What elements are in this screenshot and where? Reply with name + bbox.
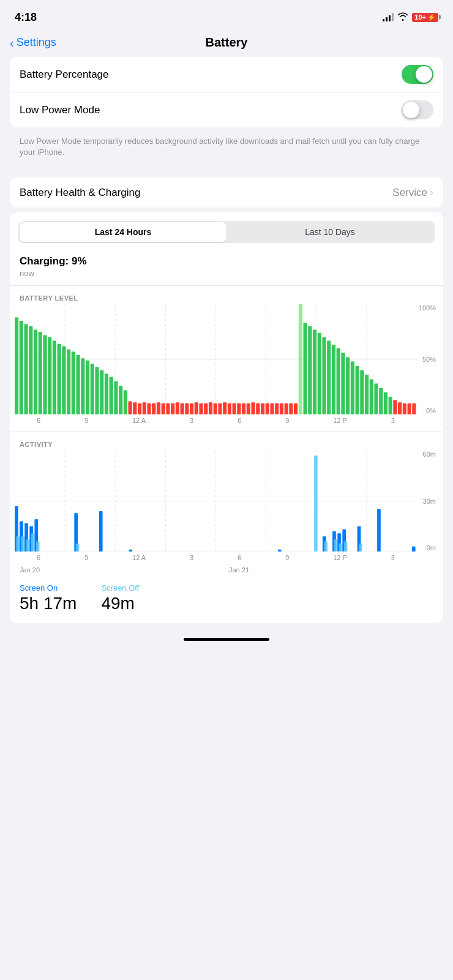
svg-rect-39 [152, 403, 155, 414]
tab-10d[interactable]: Last 10 Days [226, 222, 433, 242]
svg-rect-44 [176, 403, 179, 415]
svg-rect-24 [81, 359, 84, 415]
svg-rect-81 [351, 362, 354, 414]
svg-rect-12 [24, 324, 28, 415]
battery-health-row[interactable]: Battery Health & Charging Service › [10, 178, 443, 208]
svg-rect-71 [303, 323, 307, 414]
svg-rect-28 [100, 370, 103, 414]
x-label-12a-act: 12 A [132, 554, 146, 561]
svg-rect-86 [374, 384, 378, 414]
svg-rect-64 [270, 403, 274, 414]
svg-rect-69 [294, 403, 298, 414]
svg-rect-121 [314, 456, 318, 552]
x-label-6-act: 6 [37, 554, 40, 561]
svg-rect-35 [133, 403, 137, 415]
svg-rect-89 [389, 397, 392, 415]
toggles-card: Battery Percentage Low Power Mode [10, 57, 443, 127]
svg-rect-56 [233, 403, 236, 414]
svg-rect-132 [377, 509, 381, 552]
back-chevron-icon: ‹ [10, 37, 14, 49]
svg-rect-67 [285, 403, 288, 414]
battery-icon: 10+ ⚡ [412, 13, 438, 22]
y-label-50: 50% [422, 356, 436, 363]
svg-rect-127 [339, 544, 343, 552]
svg-rect-50 [204, 403, 208, 414]
svg-rect-33 [124, 391, 127, 415]
tab-24h[interactable]: Last 24 Hours [20, 222, 226, 242]
charging-title: Charging: 9% [20, 255, 433, 267]
svg-rect-30 [110, 377, 113, 414]
svg-rect-109 [21, 537, 25, 552]
toggle-thumb [416, 66, 432, 83]
svg-rect-91 [398, 403, 402, 415]
x-label-3-act: 3 [190, 554, 193, 561]
x-label-9a: 9 [84, 417, 88, 424]
battery-bars [15, 304, 417, 414]
x-label-12p-act: 12 P [333, 554, 347, 561]
screen-off-value: 49m [101, 594, 139, 613]
time-range-tabs[interactable]: Last 24 Hours Last 10 Days [18, 221, 435, 243]
screen-on-label: Screen On [20, 583, 77, 593]
svg-rect-80 [346, 357, 350, 415]
low-power-mode-row[interactable]: Low Power Mode [10, 92, 443, 127]
home-indicator [0, 630, 453, 646]
y-label-0: 0% [426, 407, 436, 414]
y-label-0m: 0m [427, 544, 436, 552]
signal-icon [383, 13, 394, 21]
svg-rect-87 [379, 388, 383, 414]
svg-rect-58 [242, 403, 245, 414]
svg-rect-41 [162, 403, 165, 414]
svg-rect-129 [344, 542, 348, 552]
battery-level-chart: 100% 50% 0% 6 [15, 304, 438, 427]
back-button[interactable]: ‹ Settings [10, 36, 56, 49]
svg-rect-51 [209, 403, 212, 415]
svg-rect-17 [48, 337, 51, 414]
svg-rect-82 [356, 366, 359, 414]
svg-rect-18 [53, 341, 56, 415]
svg-rect-20 [62, 346, 66, 415]
nav-header: ‹ Settings Battery [0, 31, 453, 57]
x-label-9b: 9 [285, 417, 289, 424]
svg-rect-92 [403, 403, 406, 414]
svg-rect-29 [105, 374, 108, 415]
svg-rect-48 [195, 403, 198, 415]
date-labels: Jan 20 Jan 21 [10, 564, 443, 576]
battery-percentage-toggle[interactable] [402, 65, 433, 84]
svg-rect-85 [370, 380, 373, 415]
battery-percentage-row[interactable]: Battery Percentage [10, 57, 443, 92]
svg-rect-84 [365, 375, 369, 415]
svg-rect-14 [34, 330, 37, 415]
svg-rect-78 [337, 348, 340, 414]
page-title: Battery [206, 36, 248, 50]
status-icons: 10+ ⚡ [383, 12, 438, 23]
svg-rect-37 [143, 403, 146, 415]
svg-rect-22 [72, 352, 75, 415]
svg-rect-21 [67, 350, 70, 414]
svg-rect-94 [412, 403, 416, 414]
svg-rect-88 [384, 392, 387, 414]
svg-rect-16 [43, 335, 47, 415]
battery-level-label: BATTERY LEVEL [10, 291, 443, 304]
svg-rect-76 [327, 341, 331, 415]
svg-rect-74 [318, 333, 321, 414]
svg-rect-31 [114, 381, 118, 414]
wifi-icon [397, 12, 408, 23]
low-power-mode-toggle[interactable] [402, 100, 433, 119]
battery-health-right: Service › [392, 186, 433, 199]
svg-rect-62 [261, 403, 264, 414]
x-label-3a: 3 [190, 417, 193, 424]
svg-rect-79 [341, 353, 345, 415]
date-jan21: Jan 21 [229, 566, 249, 574]
svg-rect-47 [190, 403, 193, 414]
battery-health-label: Battery Health & Charging [20, 187, 141, 199]
svg-rect-111 [26, 540, 30, 552]
svg-rect-46 [185, 403, 189, 414]
svg-rect-42 [166, 403, 170, 414]
chart-card: Last 24 Hours Last 10 Days Charging: 9% … [10, 212, 443, 623]
svg-rect-133 [412, 547, 416, 552]
screen-off-stat: Screen Off 49m [101, 583, 139, 613]
svg-rect-70 [299, 304, 302, 414]
x-label-6b: 6 [238, 417, 241, 424]
low-power-description: Low Power Mode temporarily reduces backg… [10, 132, 443, 168]
x-label-12a: 12 A [132, 417, 146, 424]
